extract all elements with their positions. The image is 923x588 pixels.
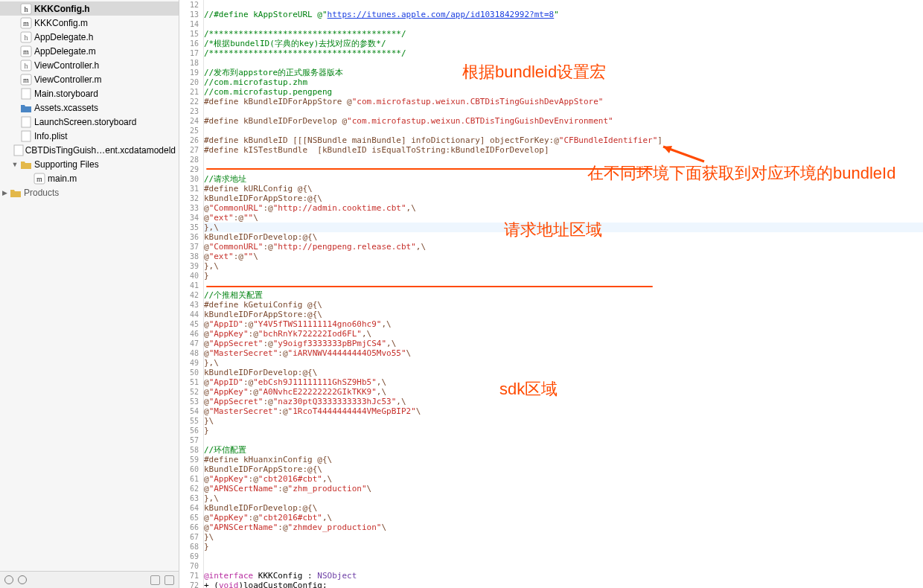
line-number[interactable]: 24 bbox=[179, 116, 203, 126]
code-line[interactable] bbox=[204, 435, 923, 445]
code-line[interactable]: },\ bbox=[204, 493, 923, 503]
code-area[interactable]: //#define kAppStoreURL @"https://itunes.… bbox=[204, 0, 923, 588]
line-number[interactable]: 46 bbox=[179, 329, 203, 339]
line-number[interactable]: 26 bbox=[179, 135, 203, 145]
code-line[interactable]: kBundleIDForDevelop:@{\ bbox=[204, 232, 923, 242]
line-number[interactable]: 39 bbox=[179, 261, 203, 271]
line-number[interactable]: 65 bbox=[179, 513, 203, 523]
line-number[interactable]: 29 bbox=[179, 164, 203, 174]
code-line[interactable] bbox=[204, 126, 923, 135]
line-number[interactable]: 44 bbox=[179, 310, 203, 319]
line-number[interactable]: 25 bbox=[179, 126, 203, 135]
code-line[interactable] bbox=[204, 281, 923, 290]
line-number[interactable]: 69 bbox=[179, 552, 203, 561]
line-number[interactable]: 36 bbox=[179, 232, 203, 242]
code-line[interactable]: @"MasterSecret":@"iARVNWV44444444O5Mvo55… bbox=[204, 348, 923, 358]
line-number[interactable]: 34 bbox=[179, 213, 203, 223]
line-number[interactable]: 49 bbox=[179, 358, 203, 368]
line-number[interactable]: 35 bbox=[179, 223, 203, 232]
code-line[interactable] bbox=[204, 106, 923, 116]
line-number[interactable]: 12 bbox=[179, 0, 203, 10]
line-number[interactable]: 42 bbox=[179, 290, 203, 300]
code-line[interactable] bbox=[204, 561, 923, 571]
line-number[interactable]: 45 bbox=[179, 319, 203, 329]
code-line[interactable]: @"AppKey":@"cbt2016#cbt",\ bbox=[204, 513, 923, 523]
filter-recent-icon[interactable] bbox=[18, 575, 27, 584]
code-line[interactable]: kBundleIDForAppStore:@{\ bbox=[204, 464, 923, 474]
line-number[interactable]: 50 bbox=[179, 368, 203, 377]
code-line[interactable]: #define kBundleIDForAppStore @"com.micro… bbox=[204, 97, 923, 106]
line-number[interactable]: 43 bbox=[179, 300, 203, 310]
line-number[interactable]: 21 bbox=[179, 87, 203, 97]
file-tree-item[interactable]: mViewController.m bbox=[0, 72, 179, 86]
file-tree-item[interactable]: CBTDisTingGuish…ent.xcdatamodeld bbox=[0, 143, 179, 157]
line-number[interactable]: 54 bbox=[179, 406, 203, 416]
line-number[interactable]: 23 bbox=[179, 106, 203, 116]
code-line[interactable]: //环信配置 bbox=[204, 445, 923, 455]
code-line[interactable]: /*根据bundelID(字典的key)去找对应的参数*/ bbox=[204, 39, 923, 48]
code-line[interactable]: //com.microfastup.pengpeng bbox=[204, 87, 923, 97]
filter-box-icon[interactable] bbox=[165, 575, 174, 585]
code-line[interactable]: },\ bbox=[204, 358, 923, 368]
line-number[interactable]: 62 bbox=[179, 484, 203, 493]
code-editor[interactable]: 1213141516171819202122232425262728293031… bbox=[179, 0, 923, 588]
code-line[interactable]: kBundleIDForAppStore:@{\ bbox=[204, 194, 923, 203]
line-number[interactable]: 30 bbox=[179, 174, 203, 184]
code-line[interactable]: @"MasterSecret":@"1RcoT4444444444VMeGpBI… bbox=[204, 406, 923, 416]
disclosure-triangle-icon[interactable]: ▶ bbox=[0, 189, 9, 196]
file-tree-item[interactable]: mAppDelegate.m bbox=[0, 44, 179, 58]
file-tree-item[interactable]: ▶Products bbox=[0, 185, 179, 199]
code-line[interactable]: @"CommonURL":@"http://admin.cooktime.cbt… bbox=[204, 203, 923, 213]
file-tree-item[interactable]: mKKKConfig.m bbox=[0, 16, 179, 30]
line-number[interactable]: 70 bbox=[179, 561, 203, 571]
code-line[interactable]: } bbox=[204, 426, 923, 435]
line-number[interactable]: 60 bbox=[179, 464, 203, 474]
line-number[interactable]: 52 bbox=[179, 387, 203, 397]
line-number[interactable]: 68 bbox=[179, 542, 203, 552]
line-number[interactable]: 14 bbox=[179, 19, 203, 29]
code-line[interactable] bbox=[204, 164, 923, 174]
line-number[interactable]: 53 bbox=[179, 397, 203, 406]
file-tree-item[interactable]: hKKKConfig.h bbox=[0, 1, 179, 16]
code-line[interactable]: @"AppSecret":@"y9oigf3333333pBPmjCS4",\ bbox=[204, 339, 923, 348]
code-line[interactable] bbox=[204, 0, 923, 10]
line-number[interactable]: 57 bbox=[179, 435, 203, 445]
code-line[interactable]: #define kISTestBundle [kBundleID isEqual… bbox=[204, 145, 923, 155]
line-number[interactable]: 72 bbox=[179, 581, 203, 588]
code-line[interactable]: } bbox=[204, 271, 923, 281]
line-number[interactable]: 20 bbox=[179, 77, 203, 87]
disclosure-triangle-icon[interactable]: ▼ bbox=[10, 161, 19, 168]
code-line[interactable]: //请求地址 bbox=[204, 174, 923, 184]
line-number[interactable]: 22 bbox=[179, 97, 203, 106]
code-line[interactable]: @"AppSecret":@"naz30ptQ3333333333hJc53",… bbox=[204, 397, 923, 406]
code-line[interactable]: @"AppID":@"ebCsh9J11111111GhSZ9Hb5",\ bbox=[204, 377, 923, 387]
navigator-filter-bar[interactable] bbox=[0, 571, 179, 588]
file-tree-item[interactable]: Info.plist bbox=[0, 129, 179, 143]
code-line[interactable]: },\ bbox=[204, 223, 923, 232]
code-line[interactable]: kBundleIDForDevelop:@{\ bbox=[204, 368, 923, 377]
code-line[interactable]: kBundleIDForAppStore:@{\ bbox=[204, 310, 923, 319]
line-number[interactable]: 17 bbox=[179, 48, 203, 58]
file-tree-item[interactable]: ▼Supporting Files bbox=[0, 157, 179, 171]
code-line[interactable]: } bbox=[204, 542, 923, 552]
line-number[interactable]: 66 bbox=[179, 523, 203, 532]
file-tree-item[interactable]: hAppDelegate.h bbox=[0, 30, 179, 44]
code-line[interactable]: /***************************************… bbox=[204, 29, 923, 39]
line-number[interactable]: 19 bbox=[179, 68, 203, 77]
line-number-gutter[interactable]: 1213141516171819202122232425262728293031… bbox=[179, 0, 204, 588]
line-number[interactable]: 55 bbox=[179, 416, 203, 426]
code-line[interactable]: }\ bbox=[204, 532, 923, 542]
file-tree-item[interactable]: Assets.xcassets bbox=[0, 100, 179, 115]
line-number[interactable]: 51 bbox=[179, 377, 203, 387]
file-tree-item[interactable]: LaunchScreen.storyboard bbox=[0, 115, 179, 129]
code-line[interactable] bbox=[204, 155, 923, 164]
line-number[interactable]: 27 bbox=[179, 145, 203, 155]
line-number[interactable]: 67 bbox=[179, 532, 203, 542]
code-line[interactable]: }\ bbox=[204, 416, 923, 426]
code-line[interactable]: },\ bbox=[204, 261, 923, 271]
line-number[interactable]: 61 bbox=[179, 474, 203, 484]
code-line[interactable]: #define kBundleIDForDevelop @"com.microf… bbox=[204, 116, 923, 126]
code-line[interactable]: //发布到appstore的正式服务器版本 bbox=[204, 68, 923, 77]
code-line[interactable]: //#define kAppStoreURL @"https://itunes.… bbox=[204, 10, 923, 19]
line-number[interactable]: 47 bbox=[179, 339, 203, 348]
